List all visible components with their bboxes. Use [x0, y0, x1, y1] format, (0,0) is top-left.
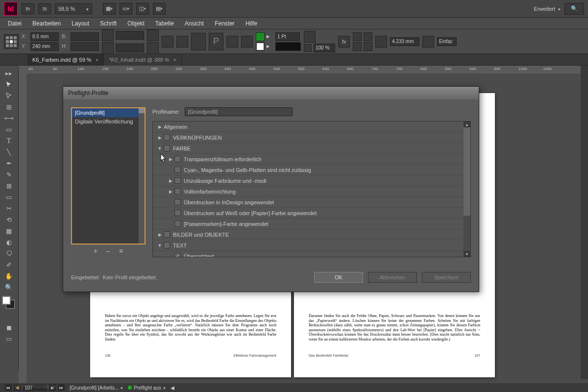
checkbox[interactable] [174, 177, 181, 184]
checkbox[interactable] [164, 242, 170, 248]
direct-selection-tool-icon[interactable] [1, 90, 17, 101]
gradient-swatch-tool-icon[interactable]: ▦ [1, 225, 17, 236]
bridge-button[interactable]: Br [22, 3, 34, 14]
profile-name-field[interactable]: [Grundprofil] [185, 107, 293, 116]
stock-button[interactable]: St [38, 3, 51, 14]
disclosure-arrow-icon[interactable]: ▼ [156, 146, 164, 151]
layout-icon[interactable]: ▤▾ [153, 3, 166, 15]
crop-icon[interactable] [375, 36, 387, 48]
flip-h-icon[interactable] [162, 36, 173, 48]
wrap-jump-icon[interactable] [364, 42, 372, 51]
scale-x-field[interactable] [116, 31, 144, 40]
apply-color-icon[interactable]: ◼ [1, 322, 17, 333]
rectangle-tool-icon[interactable]: ▭ [1, 192, 17, 202]
screen-mode-tool-icon[interactable]: ▭ [1, 333, 17, 344]
grid-icon[interactable] [304, 44, 312, 52]
rectangle-frame-tool-icon[interactable]: ⊠ [1, 180, 17, 191]
expand-icon[interactable]: ▸▸ [1, 68, 17, 78]
flip-v-icon[interactable] [176, 36, 188, 48]
save-button[interactable]: Speichern [422, 272, 471, 283]
screen-mode-icon[interactable]: ▭▾ [120, 3, 132, 15]
type-tool-icon[interactable]: T [1, 135, 17, 146]
page-tool-icon[interactable]: ⊞ [1, 101, 17, 112]
menu-hilfe[interactable]: Hilfe [245, 20, 257, 27]
wrap-bound-icon[interactable] [364, 32, 372, 41]
rules-tree[interactable]: ▶Allgemein▶VERKNÜPFUNGEN▼FARBE▶Transpare… [152, 121, 471, 257]
disclosure-arrow-icon[interactable]: ▶ [167, 189, 174, 194]
checkbox[interactable] [174, 199, 181, 205]
disclosure-arrow-icon[interactable]: ▶ [156, 124, 164, 129]
tree-row[interactable]: [Passermarken]-Farbe angewendet [153, 219, 470, 229]
corner-icon[interactable] [304, 31, 316, 43]
dialog-titlebar[interactable]: Preflight-Profile [63, 87, 479, 99]
scissors-tool-icon[interactable]: ✂ [1, 203, 17, 214]
view-options-icon[interactable]: ▦▾ [103, 3, 116, 15]
menu-objekt[interactable]: Objekt [127, 20, 145, 27]
tree-row[interactable]: ✓Übersatztext [153, 251, 470, 257]
ok-button[interactable]: OK [314, 272, 363, 283]
search-icon[interactable]: 🔍 [564, 3, 584, 15]
rotate-icon[interactable] [147, 29, 159, 41]
close-icon[interactable]: × [96, 57, 98, 63]
checkbox[interactable] [174, 210, 181, 216]
fit-frame-icon[interactable] [241, 36, 253, 48]
content-collector-icon[interactable]: ▭ [1, 124, 17, 135]
preflight-status[interactable]: Preflight aus [128, 385, 166, 391]
profile-list-item[interactable]: Digitale Veröffentlichung [72, 117, 145, 126]
document-tab[interactable]: K6_Farben.indd @ 59 %× [27, 54, 104, 66]
note-tool-icon[interactable]: 🗨 [1, 248, 17, 259]
menu-datei[interactable]: Datei [8, 20, 22, 27]
pen-tool-icon[interactable]: ✒ [1, 158, 17, 169]
checkbox[interactable]: ✓ [174, 253, 181, 257]
measure-field[interactable]: 4.233 mm [390, 37, 419, 46]
menu-tabelle[interactable]: Tabelle [155, 20, 174, 27]
scale-y-icon[interactable] [102, 42, 114, 54]
wrap-shape-icon[interactable] [353, 42, 362, 51]
zoom-level-field[interactable]: 58,5 % [55, 3, 92, 14]
tree-row[interactable]: Überdrucken in InDesign angewendet [153, 197, 470, 208]
menu-fenster[interactable]: Fenster [215, 20, 235, 27]
gap-tool-icon[interactable]: ⟷ [1, 113, 17, 123]
fill-color-icon[interactable] [2, 296, 11, 305]
extras-field[interactable]: Einfac [437, 37, 457, 46]
play-icon[interactable]: ▶ [267, 34, 272, 39]
collapsed-panels[interactable] [581, 66, 588, 379]
menu-schrift[interactable]: Schrift [100, 20, 117, 27]
last-page-icon[interactable]: ⏭ [58, 384, 65, 391]
eyedropper-tool-icon[interactable]: ✐ [1, 259, 17, 270]
link-icon[interactable] [422, 36, 434, 48]
workspace-switcher[interactable]: Erweitert [534, 6, 561, 12]
stroke-swatch[interactable] [256, 42, 265, 51]
arrange-icon[interactable]: ◫▾ [136, 3, 149, 15]
y-field[interactable]: 240 mm [30, 42, 59, 51]
checkbox[interactable] [164, 134, 170, 141]
disclosure-arrow-icon[interactable]: ▶ [156, 135, 164, 140]
stroke-style-dropdown[interactable] [275, 42, 301, 51]
profile-menu-button[interactable]: ≡ [119, 247, 123, 255]
selection-tool-icon[interactable] [1, 79, 17, 90]
scale-x-icon[interactable] [102, 29, 114, 41]
disclosure-arrow-icon[interactable]: ▼ [156, 243, 164, 248]
gradient-feather-tool-icon[interactable]: ◐ [1, 237, 17, 247]
checkbox[interactable] [174, 220, 181, 227]
checkbox[interactable] [174, 156, 181, 162]
w-field[interactable] [71, 32, 99, 41]
tree-row[interactable]: ▶BILDER und OBJEKTE [153, 229, 470, 240]
scrollbar[interactable]: ▲▼ [464, 122, 470, 257]
menu-bearbeiten[interactable]: Bearbeiten [32, 20, 61, 27]
fill-swatch[interactable] [256, 32, 265, 41]
hand-tool-icon[interactable]: ✋ [1, 270, 17, 281]
zoom-tool-icon[interactable]: 🔍 [1, 282, 17, 293]
fit-content-icon[interactable] [226, 36, 238, 48]
close-icon[interactable]: × [173, 57, 176, 63]
tree-row[interactable]: ▶VERKNÜPFUNGEN [153, 132, 470, 143]
tree-row[interactable]: Cyan-, Magenta- und Gelb-Platten sind ni… [153, 165, 470, 175]
checkbox[interactable] [174, 167, 181, 173]
x-field[interactable]: 8.5 mm [30, 32, 59, 41]
tree-row[interactable]: ▼TEXT [153, 240, 470, 251]
char-style-icon[interactable] [191, 33, 206, 50]
opacity-field[interactable]: 100 % [314, 44, 335, 52]
pencil-tool-icon[interactable]: ✎ [1, 169, 17, 180]
h-field[interactable] [71, 42, 99, 51]
checkbox[interactable] [164, 231, 170, 238]
